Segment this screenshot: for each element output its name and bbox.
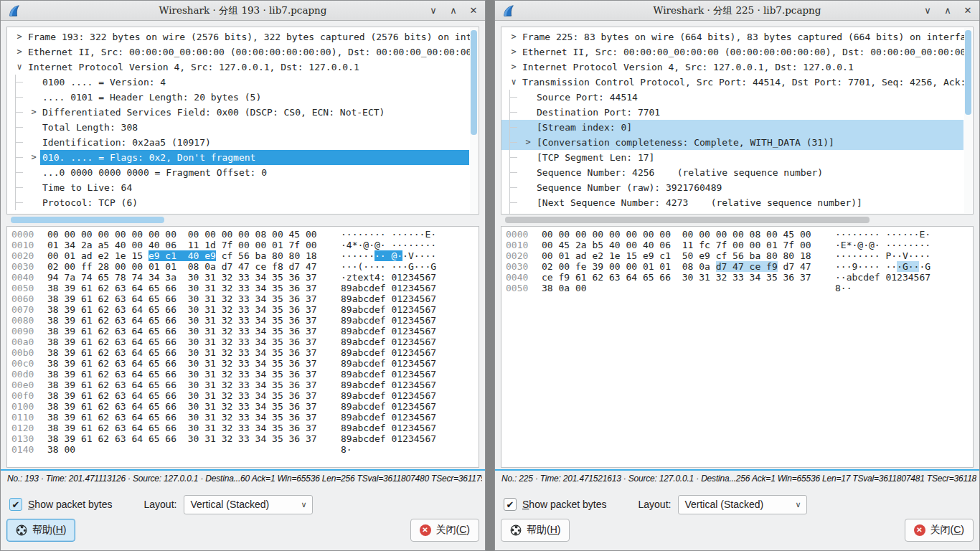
titlebar[interactable]: Wireshark · 分组 225 · lib7.pcapng ∨ ∧ ✕	[495, 1, 979, 21]
hex-row[interactable]: 007038 39 61 62 63 64 65 66 30 31 32 33 …	[7, 304, 479, 315]
tree-row[interactable]: >Differentiated Services Field: 0x00 (DS…	[7, 105, 469, 120]
hex-bytes: 38 39 61 62 63 64 65 66 30 31 32 33 34 3…	[47, 369, 324, 380]
hex-row[interactable]: 008038 39 61 62 63 64 65 66 30 31 32 33 …	[7, 315, 479, 326]
maximize-window-icon[interactable]: ∧	[448, 1, 459, 21]
shade-window-icon[interactable]: ∨	[428, 1, 439, 21]
tree-row[interactable]: >Frame 193: 322 bytes on wire (2576 bits…	[7, 29, 469, 44]
chevron-collapsed-icon[interactable]: >	[507, 60, 520, 75]
hex-row[interactable]: 002000 01 ad e2 1e 15 e9 c1 50 e9 cf 56 …	[501, 250, 973, 261]
show-packet-bytes-checkbox[interactable]: ✔	[504, 498, 517, 511]
hex-row[interactable]: 000000 00 00 00 00 00 00 00 00 00 00 00 …	[501, 229, 973, 240]
hex-row[interactable]: 010038 39 61 62 63 64 65 66 30 31 32 33 …	[7, 401, 479, 412]
tree-row[interactable]: >Frame 225: 83 bytes on wire (664 bits),…	[501, 29, 963, 44]
tree-vertical-scrollbar[interactable]	[964, 28, 972, 213]
layout-dropdown[interactable]: Vertical (Stacked) ∨	[184, 495, 313, 514]
scrollbar-thumb[interactable]	[965, 30, 971, 115]
close-button[interactable]: ✕ 关闭(C)	[410, 519, 479, 542]
tree-row[interactable]: >Ethernet II, Src: 00:00:00_00:00:00 (00…	[501, 44, 963, 60]
hex-row[interactable]: 004094 7a 74 65 78 74 34 3a 30 31 32 33 …	[7, 272, 479, 283]
tree-row[interactable]: Source Port: 44514	[501, 90, 963, 105]
titlebar[interactable]: Wireshark · 分组 193 · lib7.pcapng ∨ ∧ ✕	[1, 1, 485, 21]
hex-row[interactable]: 002000 01 ad e2 1e 15 e9 c1 40 e9 cf 56 …	[7, 250, 479, 261]
tree-row[interactable]: >Ethernet II, Src: 00:00:00_00:00:00 (00…	[7, 44, 469, 60]
hex-bytes: 38 39 61 62 63 64 65 66 30 31 32 33 34 3…	[47, 380, 324, 390]
layout-dropdown[interactable]: Vertical (Stacked) ∨	[678, 495, 807, 514]
highlighted-bytes: d7 47 ce f9	[716, 261, 778, 272]
tree-row[interactable]: >Internet Protocol Version 4, Src: 127.0…	[501, 60, 963, 75]
tree-row[interactable]: Time to Live: 64	[7, 180, 469, 195]
tree-row[interactable]: [Next Sequence Number: 4273 (relative se…	[501, 195, 963, 210]
hex-row[interactable]: 000000 00 00 00 00 00 00 00 00 00 00 00 …	[7, 229, 479, 240]
hex-ascii: 89abcdef 01234567	[341, 283, 436, 293]
hex-row[interactable]: 00f038 39 61 62 63 64 65 66 30 31 32 33 …	[7, 390, 479, 401]
tree-row[interactable]: [TCP Segment Len: 17]	[501, 150, 963, 165]
hex-row[interactable]: 003002 00 ff 28 00 00 01 01 08 0a d7 47 …	[7, 261, 479, 272]
tree-row[interactable]: ...0 0000 0000 0000 = Fragment Offset: 0	[7, 165, 469, 180]
tree-indent-guide	[7, 120, 27, 135]
scrollbar-thumb[interactable]	[505, 217, 870, 223]
hex-row[interactable]: 00e038 39 61 62 63 64 65 66 30 31 32 33 …	[7, 380, 479, 390]
tree-row[interactable]: >010. .... = Flags: 0x2, Don't fragment	[7, 150, 469, 165]
tree-row-label: Total Length: 308	[40, 120, 140, 135]
hex-row[interactable]: 011038 39 61 62 63 64 65 66 30 31 32 33 …	[7, 412, 479, 423]
hex-row[interactable]: 001000 45 2a b5 40 00 40 06 11 fc 7f 00 …	[501, 240, 973, 250]
maximize-window-icon[interactable]: ∧	[942, 1, 953, 21]
hex-row[interactable]: 0040ce f9 61 62 63 64 65 66 30 31 32 33 …	[501, 272, 973, 283]
chevron-collapsed-icon[interactable]: >	[507, 44, 520, 60]
chevron-collapsed-icon[interactable]: >	[507, 29, 520, 44]
tree-row[interactable]: Sequence Number (raw): 3921760489	[501, 180, 963, 195]
packet-bytes-hexdump[interactable]: 000000 00 00 00 00 00 00 00 00 00 00 00 …	[6, 226, 479, 468]
packet-detail-tree[interactable]: >Frame 193: 322 bytes on wire (2576 bits…	[6, 27, 479, 215]
tree-vertical-scrollbar[interactable]	[470, 28, 478, 213]
help-button[interactable]: 帮助(H)	[6, 519, 75, 542]
hex-row[interactable]: 012038 39 61 62 63 64 65 66 30 31 32 33 …	[7, 423, 479, 433]
hex-row[interactable]: 00b038 39 61 62 63 64 65 66 30 31 32 33 …	[7, 347, 479, 358]
tree-row[interactable]: Protocol: TCP (6)	[7, 195, 469, 210]
dialog-content: >Frame 193: 322 bytes on wire (2576 bits…	[1, 21, 485, 550]
tree-row[interactable]: Destination Port: 7701	[501, 105, 963, 120]
tree-row[interactable]: Sequence Number: 4256 (relative sequence…	[501, 165, 963, 180]
hex-row[interactable]: 00d038 39 61 62 63 64 65 66 30 31 32 33 …	[7, 369, 479, 380]
expander-placeholder	[522, 105, 534, 120]
tree-horizontal-scrollbar[interactable]	[501, 216, 974, 225]
chevron-collapsed-icon[interactable]: >	[27, 150, 40, 165]
chevron-collapsed-icon[interactable]: >	[522, 135, 534, 150]
packet-detail-tree[interactable]: >Frame 225: 83 bytes on wire (664 bits),…	[501, 27, 974, 215]
close-window-icon[interactable]: ✕	[962, 1, 974, 21]
tree-row[interactable]: Acknowledgment Number: 1 (relative ack n…	[501, 210, 963, 215]
chevron-collapsed-icon[interactable]: >	[27, 105, 40, 120]
hex-row[interactable]: 005038 0a 008··	[501, 283, 973, 293]
tree-horizontal-scrollbar[interactable]	[6, 216, 479, 225]
expander-placeholder	[27, 135, 40, 150]
packet-bytes-hexdump[interactable]: 000000 00 00 00 00 00 00 00 00 00 00 00 …	[501, 226, 974, 468]
tree-row[interactable]: .... 0101 = Header Length: 20 bytes (5)	[7, 90, 469, 105]
tree-row[interactable]: ∨Internet Protocol Version 4, Src: 127.0…	[7, 60, 469, 75]
scrollbar-thumb[interactable]	[471, 30, 477, 135]
tree-row[interactable]: Identification: 0x2aa5 (10917)	[7, 135, 469, 150]
close-window-icon[interactable]: ✕	[468, 1, 479, 21]
hex-row[interactable]: 00c038 39 61 62 63 64 65 66 30 31 32 33 …	[7, 358, 479, 369]
show-packet-bytes-checkbox[interactable]: ✔	[9, 498, 22, 511]
tree-row[interactable]: Total Length: 308	[7, 120, 469, 135]
chevron-collapsed-icon[interactable]: >	[13, 44, 26, 60]
hex-row[interactable]: 006038 39 61 62 63 64 65 66 30 31 32 33 …	[7, 293, 479, 304]
chevron-collapsed-icon[interactable]: >	[13, 29, 26, 44]
scrollbar-thumb[interactable]	[11, 217, 164, 223]
tree-row[interactable]: 0100 .... = Version: 4	[7, 75, 469, 90]
help-button[interactable]: 帮助(H)	[501, 519, 570, 542]
hex-row[interactable]: 00a038 39 61 62 63 64 65 66 30 31 32 33 …	[7, 336, 479, 347]
hex-row[interactable]: 009038 39 61 62 63 64 65 66 30 31 32 33 …	[7, 326, 479, 336]
tree-row[interactable]: [Stream index: 0]	[501, 120, 963, 135]
hex-row[interactable]: 005038 39 61 62 63 64 65 66 30 31 32 33 …	[7, 283, 479, 293]
chevron-expanded-icon[interactable]: ∨	[507, 75, 520, 90]
chevron-expanded-icon[interactable]: ∨	[13, 60, 26, 75]
focus-separator-line	[1, 469, 485, 471]
hex-row[interactable]: 001001 34 2a a5 40 00 40 06 11 1d 7f 00 …	[7, 240, 479, 250]
hex-row[interactable]: 003002 00 fe 39 00 00 01 01 08 0a d7 47 …	[501, 261, 973, 272]
tree-row[interactable]: >[Conversation completeness: Complete, W…	[501, 135, 963, 150]
shade-window-icon[interactable]: ∨	[922, 1, 933, 21]
close-button[interactable]: ✕ 关闭(C)	[905, 519, 974, 542]
hex-row[interactable]: 013038 39 61 62 63 64 65 66 30 31 32 33 …	[7, 433, 479, 444]
tree-row[interactable]: ∨Transmission Control Protocol, Src Port…	[501, 75, 963, 90]
hex-row[interactable]: 014038 008·	[7, 444, 479, 455]
